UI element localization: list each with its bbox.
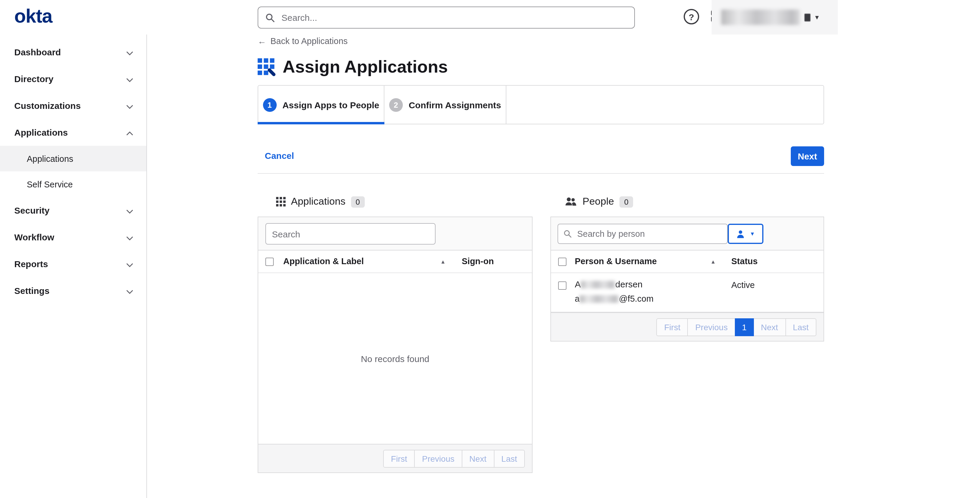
applications-panel-label: Applications [291, 196, 345, 208]
pagination-last-button[interactable]: Last [785, 318, 816, 336]
wizard-steps: 1 Assign Apps to People 2 Confirm Assign… [258, 85, 824, 124]
sidebar-subitem-label: Self Service [27, 180, 73, 189]
help-icon[interactable]: ? [684, 9, 699, 24]
caret-down-icon: ▼ [750, 231, 755, 237]
chevron-down-icon [126, 74, 133, 84]
step-1-label: Assign Apps to People [282, 100, 379, 110]
people-filter-dropdown[interactable]: ▼ [728, 224, 764, 244]
sidebar-item-label: Directory [14, 74, 54, 84]
applications-search-bar [258, 217, 532, 250]
sidebar-item-label: Reports [14, 259, 48, 269]
select-all-people-checkbox[interactable] [558, 258, 566, 266]
sidebar-item-label: Dashboard [14, 47, 61, 57]
user-menu[interactable]: ▾ [712, 0, 838, 35]
people-search-box[interactable] [558, 224, 728, 244]
applications-grid-icon [276, 197, 286, 207]
back-to-applications-link[interactable]: ← Back to Applications [258, 36, 348, 46]
sort-asc-icon: ▲ [440, 259, 445, 265]
select-all-applications-checkbox[interactable] [266, 258, 274, 266]
people-search-bar: ▼ [551, 217, 824, 250]
chevron-down-icon [126, 205, 133, 215]
person-row-checkbox[interactable] [558, 282, 566, 290]
applications-panel-title: Applications 0 [276, 196, 365, 208]
step-1-badge: 1 [263, 98, 277, 111]
chevron-down-icon [126, 47, 133, 57]
person-row[interactable]: Adersen a@f5.com Active [551, 273, 824, 312]
sidebar-subitem-label: Applications [27, 154, 73, 163]
step-2-label: Confirm Assignments [409, 100, 501, 110]
people-pagination: First Previous 1 Next Last [551, 312, 824, 341]
applications-count-badge: 0 [351, 196, 364, 207]
cancel-button[interactable]: Cancel [265, 151, 294, 161]
sidebar-item-security[interactable]: Security [0, 197, 146, 224]
global-search[interactable] [258, 6, 635, 29]
wizard-step-1[interactable]: 1 Assign Apps to People [258, 86, 384, 124]
redacted-username [721, 10, 800, 25]
flag-icon [805, 13, 810, 21]
sidebar-item-workflow[interactable]: Workflow [0, 224, 146, 250]
pagination-page-1-button[interactable]: 1 [735, 318, 754, 336]
people-panel-title: People 0 [565, 196, 633, 208]
sidebar-item-label: Applications [14, 127, 68, 137]
page-title: Assign Applications [283, 57, 448, 77]
pagination-next-button[interactable]: Next [461, 450, 494, 467]
people-panel-label: People [582, 196, 614, 208]
applications-table-body: No records found [258, 273, 532, 444]
search-icon [266, 13, 275, 22]
column-application-label[interactable]: Application & Label [283, 256, 364, 266]
chevron-down-icon [126, 232, 133, 242]
sidebar-item-customizations[interactable]: Customizations [0, 92, 146, 119]
column-person-username[interactable]: Person & Username [575, 256, 657, 266]
redacted-name [581, 281, 615, 289]
people-panel: ▼ Person & Username ▲ Status Adersen a@f… [550, 216, 824, 342]
sidebar-item-label: Customizations [14, 100, 81, 111]
chevron-up-icon [126, 127, 133, 137]
back-link-label: Back to Applications [270, 36, 348, 46]
sidebar-item-label: Security [14, 205, 49, 215]
back-arrow-icon: ← [258, 36, 266, 46]
person-username: a@f5.com [575, 294, 654, 304]
section-divider [258, 173, 824, 174]
pagination-previous-button[interactable]: Previous [414, 450, 462, 467]
sidebar-item-settings[interactable]: Settings [0, 277, 146, 304]
global-search-input[interactable] [280, 12, 627, 23]
sidebar-nav: Dashboard Directory Customizations Appli… [0, 35, 147, 498]
chevron-down-icon [126, 259, 133, 269]
pagination-last-button[interactable]: Last [493, 450, 525, 467]
pagination-first-button[interactable]: First [383, 450, 415, 467]
applications-pagination: First Previous Next Last [258, 444, 532, 473]
people-table-header: Person & Username ▲ Status [551, 250, 824, 273]
sidebar-item-directory[interactable]: Directory [0, 65, 146, 92]
no-records-message: No records found [258, 353, 532, 364]
people-count-badge: 0 [619, 196, 633, 207]
pagination-first-button[interactable]: First [657, 318, 688, 336]
pagination-next-button[interactable]: Next [753, 318, 786, 336]
sidebar-item-reports[interactable]: Reports [0, 250, 146, 277]
person-status: Active [731, 280, 755, 290]
applications-panel: Application & Label ▲ Sign-on No records… [258, 216, 533, 473]
chevron-down-icon [126, 286, 133, 296]
next-button[interactable]: Next [791, 146, 824, 166]
sidebar-subitem-applications[interactable]: Applications [0, 146, 146, 171]
okta-logo: okta [14, 5, 52, 27]
sort-asc-icon: ▲ [710, 259, 716, 265]
column-status[interactable]: Status [731, 256, 758, 266]
sidebar-item-label: Settings [14, 286, 49, 296]
redacted-username [579, 295, 619, 303]
person-icon [736, 229, 745, 238]
chevron-down-icon [126, 100, 133, 111]
pagination-previous-button[interactable]: Previous [687, 318, 735, 336]
column-sign-on[interactable]: Sign-on [462, 256, 494, 266]
search-icon [563, 230, 572, 238]
wizard-step-2[interactable]: 2 Confirm Assignments [384, 86, 506, 124]
page-title-row: Assign Applications [258, 57, 448, 77]
people-icon [565, 197, 577, 207]
applications-search-input[interactable] [266, 223, 436, 245]
sidebar-item-applications[interactable]: Applications [0, 119, 146, 146]
person-name: Adersen [575, 279, 643, 289]
assign-applications-icon [258, 58, 275, 76]
people-search-input[interactable] [576, 229, 722, 239]
okta-admin-console: okta ? ▾ Dashboard Directory Customizati… [0, 0, 980, 498]
sidebar-subitem-self-service[interactable]: Self Service [0, 171, 146, 197]
sidebar-item-dashboard[interactable]: Dashboard [0, 39, 146, 65]
